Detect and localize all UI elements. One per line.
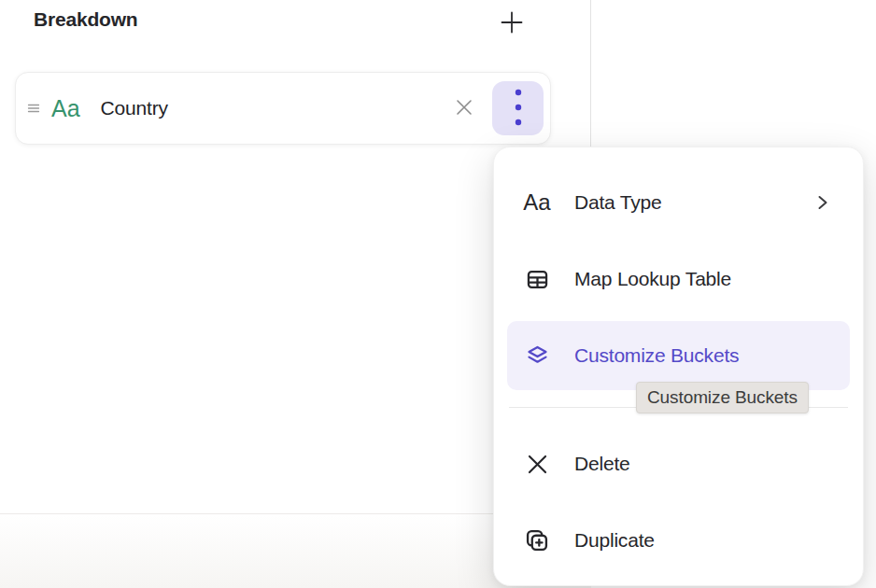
menu-item-delete[interactable]: Delete xyxy=(507,429,850,498)
plus-icon xyxy=(499,9,525,38)
menu-item-label: Customize Buckets xyxy=(574,344,739,367)
close-icon xyxy=(454,97,474,120)
text-type-badge: Aa xyxy=(51,97,80,120)
tooltip-text: Customize Buckets xyxy=(647,387,798,408)
x-icon xyxy=(522,449,552,479)
more-options-button[interactable] xyxy=(492,81,544,135)
chevron-right-icon xyxy=(816,193,829,212)
stack-icon xyxy=(522,341,552,371)
kebab-menu-icon xyxy=(515,88,522,130)
menu-item-data-type[interactable]: Aa Data Type xyxy=(507,168,850,237)
menu-item-label: Delete xyxy=(574,453,630,475)
menu-item-map-lookup-table[interactable]: Map Lookup Table xyxy=(507,245,850,314)
table-icon xyxy=(522,264,552,294)
remove-field-button[interactable] xyxy=(447,91,481,125)
drag-handle-icon[interactable] xyxy=(23,98,44,119)
menu-item-duplicate[interactable]: Duplicate xyxy=(507,506,850,575)
field-options-menu: Aa Data Type Map Lookup Table Customize … xyxy=(493,147,864,586)
panel-title: Breakdown xyxy=(34,8,137,31)
menu-divider xyxy=(509,407,848,408)
panel-header: Breakdown xyxy=(0,0,590,56)
add-breakdown-button[interactable] xyxy=(495,7,529,40)
menu-item-label: Duplicate xyxy=(574,529,655,552)
menu-item-customize-buckets[interactable]: Customize Buckets xyxy=(507,321,850,390)
menu-item-label: Map Lookup Table xyxy=(574,268,731,290)
duplicate-icon xyxy=(522,525,552,555)
field-name: Country xyxy=(101,97,168,119)
text-format-icon: Aa xyxy=(522,188,552,217)
breakdown-field-card: Aa Country xyxy=(15,72,551,145)
menu-item-label: Data Type xyxy=(574,191,662,214)
